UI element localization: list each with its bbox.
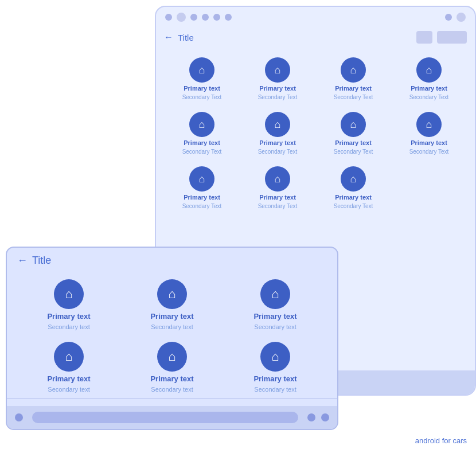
tablet-icon-circle: ⌂ [260,342,290,372]
tablet-back-icon[interactable]: ← [17,255,28,267]
grid-primary-text: Primary text [335,194,372,201]
tab-dot-1 [15,413,23,421]
tablet-title: Title [32,255,51,267]
grid-item[interactable]: ⌂ Primary text Secondary Text [391,106,467,161]
status-dot-3 [202,14,209,21]
grid-item[interactable]: ⌂ Primary text Secondary Text [240,52,315,106]
grid-icon-circle: ⌂ [341,166,366,192]
tablet-primary-text: Primary text [253,312,296,321]
phone-grid: ⌂ Primary text Secondary Text ⌂ Primary … [156,47,475,220]
grid-secondary-text: Secondary Text [334,149,373,155]
tablet-icon-circle: ⌂ [260,279,290,309]
tablet-bottom-bar [7,406,337,429]
grid-primary-text: Primary text [259,194,296,201]
grid-secondary-text: Secondary Text [182,203,222,209]
grid-primary-text: Primary text [411,139,447,146]
tablet-secondary-text: Secondary text [48,386,89,393]
tablet-grid-item[interactable]: ⌂ Primary text Secondary text [17,336,120,399]
tablet-primary-text: Primary text [253,374,296,383]
status-dot-home [177,13,186,22]
tablet-primary-text: Primary text [47,374,90,383]
tablet-grid-item[interactable]: ⌂ Primary text Secondary text [120,336,224,399]
grid-secondary-text: Secondary Text [409,149,449,155]
grid-secondary-text: Secondary Text [182,94,222,100]
grid-item[interactable]: ⌂ Primary text Secondary Text [240,161,315,215]
tablet-primary-text: Primary text [47,312,90,321]
grid-item[interactable]: ⌂ Primary text Secondary Text [391,52,467,106]
tablet-secondary-text: Secondary text [254,323,296,330]
grid-item[interactable]: ⌂ Primary text Secondary Text [315,106,391,161]
tablet-grid-item[interactable]: ⌂ Primary text Secondary text [17,274,120,336]
android-brand-label: android for cars [415,436,467,445]
grid-icon-circle: ⌂ [341,112,366,137]
tablet-grid-row2: ⌂ Primary text Secondary text ⌂ Primary … [7,336,337,399]
tablet-icon-circle: ⌂ [157,342,187,372]
tablet-icon-circle: ⌂ [54,342,84,372]
tablet-divider [7,399,337,399]
tablet-icon-circle: ⌂ [54,279,84,309]
tablet-secondary-text: Secondary text [151,386,193,393]
tablet-grid-item[interactable]: ⌂ Primary text Secondary text [224,274,327,336]
grid-item[interactable]: ⌂ Primary text Secondary Text [315,161,391,215]
tab-dot-3 [321,413,329,421]
grid-icon-circle: ⌂ [416,112,442,137]
grid-primary-text: Primary text [184,85,220,92]
grid-secondary-text: Secondary Text [182,149,222,155]
status-dot-1 [165,14,172,21]
grid-icon-circle: ⌂ [416,57,442,83]
phone-top-bar: ← Title [156,28,475,47]
grid-primary-text: Primary text [259,85,296,92]
status-dot-5 [225,14,232,21]
tablet-top-bar: ← Title [7,248,337,274]
grid-icon-circle: ⌂ [265,112,290,137]
grid-item[interactable]: ⌂ Primary text Secondary Text [240,106,315,161]
phone-title: Title [178,33,412,42]
phone-status-bar [156,7,475,28]
grid-primary-text: Primary text [259,139,296,146]
tablet-primary-text: Primary text [150,374,193,383]
tab-bar-pill[interactable] [32,412,298,423]
grid-icon-circle: ⌂ [265,57,290,83]
phone-action-btn-small[interactable] [416,31,432,44]
tablet-grid-item[interactable]: ⌂ Primary text Secondary text [224,336,327,399]
grid-secondary-text: Secondary Text [334,94,373,100]
phone-back-icon[interactable]: ← [164,32,173,42]
status-dot-r2 [457,13,466,22]
grid-item[interactable]: ⌂ Primary text Secondary Text [164,106,240,161]
grid-primary-text: Primary text [184,194,220,201]
grid-icon-circle: ⌂ [189,166,214,192]
tablet-grid-item[interactable]: ⌂ Primary text Secondary text [120,274,224,336]
grid-secondary-text: Secondary Text [409,94,449,100]
status-dot-r1 [445,14,452,21]
status-dot-4 [213,14,220,21]
grid-secondary-text: Secondary Text [258,149,298,155]
grid-icon-circle: ⌂ [189,112,214,137]
grid-secondary-text: Secondary Text [334,203,373,209]
grid-secondary-text: Secondary Text [258,94,298,100]
grid-icon-circle: ⌂ [265,166,290,192]
tablet-icon-circle: ⌂ [157,279,187,309]
tablet-frame: ← Title ⌂ Primary text Secondary text ⌂ … [6,247,338,430]
grid-primary-text: Primary text [335,139,372,146]
grid-icon-circle: ⌂ [341,57,366,83]
grid-secondary-text: Secondary Text [258,203,298,209]
grid-item[interactable]: ⌂ Primary text Secondary Text [164,52,240,106]
grid-primary-text: Primary text [411,85,447,92]
tablet-secondary-text: Secondary text [254,386,296,393]
phone-action-btn-medium[interactable] [437,31,467,44]
tablet-secondary-text: Secondary text [48,323,89,330]
tablet-secondary-text: Secondary text [151,323,193,330]
status-dot-2 [190,14,197,21]
tab-dot-2 [307,413,315,421]
grid-icon-circle: ⌂ [189,57,214,83]
grid-item[interactable]: ⌂ Primary text Secondary Text [315,52,391,106]
grid-item[interactable]: ⌂ Primary text Secondary Text [164,161,240,215]
tablet-grid-row1: ⌂ Primary text Secondary text ⌂ Primary … [7,274,337,336]
grid-primary-text: Primary text [335,85,372,92]
grid-primary-text: Primary text [184,139,220,146]
tablet-primary-text: Primary text [150,312,193,321]
